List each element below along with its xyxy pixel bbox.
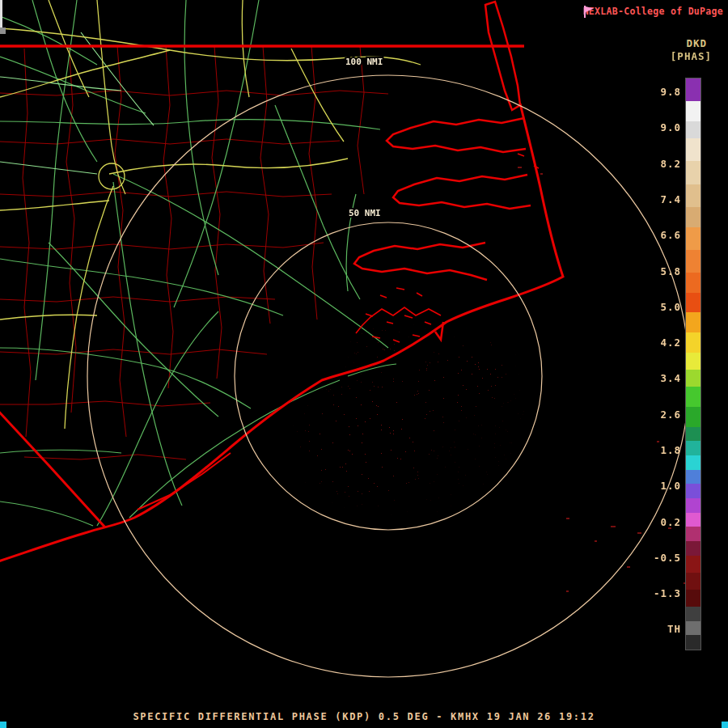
road-lines-bright-green [0,32,154,174]
colorbar-tick-label: 1.0 [633,480,681,493]
radar-echoes [289,315,542,526]
product-caption: SPECIFIC DIFFERENTIAL PHASE (KDP) 0.5 DE… [0,711,728,722]
attribution: NEXLAB-College of DuPage [583,6,723,17]
colorbar-threshold-label: TH [633,623,681,636]
colorbar-tick-label: -0.5 [633,552,681,565]
colorbar-tick-label: 8.2 [633,158,681,171]
colorbar-gradient [685,78,701,650]
range-label-50nmi: 50 NMI [349,208,381,218]
product-units: [PHAS] [671,50,712,62]
radar-map: 100 NMI 50 NMI [0,0,728,728]
colorbar-tick-label: 5.8 [633,265,681,278]
colorbar-tick-label: 0.2 [633,516,681,529]
product-code: DKD [686,37,707,49]
edge-mark-square [0,28,6,34]
corner-mark-bottom-right [722,722,728,728]
edge-mark-vertical [0,0,2,28]
colorbar-tick-label: 3.4 [633,372,681,385]
colorbar-tick-label: 1.8 [633,444,681,457]
colorbar-tick-label: 9.8 [633,86,681,99]
cod-logo-icon [583,6,594,18]
colorbar-tick-label: 6.6 [633,229,681,242]
colorbar-tick-label: -1.3 [633,587,681,600]
colorbar-tick-label: 5.0 [633,301,681,314]
colorbar-tick-label: 2.6 [633,408,681,421]
colorbar-tick-label: 7.4 [633,193,681,206]
colorbar-tick-label: 4.2 [633,336,681,349]
corner-mark-bottom-left [0,722,6,728]
radar-display: 100 NMI 50 NMI NEXLAB-College of DuPage … [0,0,728,728]
colorbar-tick-label: 9.0 [633,121,681,134]
range-label-100nmi: 100 NMI [345,57,383,67]
attribution-text: NEXLAB-College of DuPage [583,6,723,17]
